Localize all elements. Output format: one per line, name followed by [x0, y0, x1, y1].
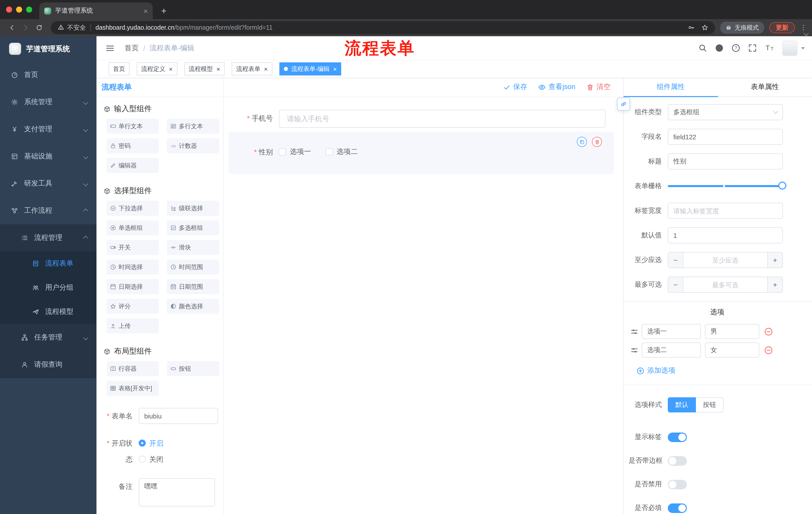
clear-button[interactable]: 清空 [586, 82, 610, 91]
view-json-button[interactable]: 查看json [539, 82, 575, 91]
copy-icon[interactable] [577, 137, 587, 147]
sidebar-item[interactable]: 请假查询 [0, 351, 96, 378]
option-value-input[interactable] [705, 324, 759, 339]
increase-button[interactable]: + [767, 277, 782, 292]
title-input[interactable] [668, 154, 783, 169]
github-icon[interactable] [715, 44, 724, 52]
key-icon[interactable] [688, 24, 695, 31]
sidebar-item[interactable]: 工作流程 [0, 197, 96, 224]
hamburger-icon[interactable] [96, 44, 123, 53]
palette-item[interactable]: 级联选择 [167, 201, 219, 216]
default-value-input[interactable] [668, 227, 783, 243]
add-option-button[interactable]: 添加选项 [637, 366, 675, 375]
palette-item[interactable]: 单选框组 [107, 220, 159, 235]
form-name-input[interactable] [139, 408, 218, 424]
palette-item[interactable]: 编辑器 [107, 158, 159, 173]
tab-form-props[interactable]: 表单属性 [718, 77, 812, 97]
font-size-icon[interactable]: TT [765, 44, 774, 52]
decrease-button[interactable]: − [668, 277, 684, 292]
remove-circle-icon[interactable] [764, 346, 773, 354]
minimize-window-button[interactable] [16, 6, 22, 12]
reload-icon[interactable] [32, 24, 46, 31]
selected-widget-gender[interactable]: 性别 选项一选项二 [229, 132, 614, 174]
sidebar-item[interactable]: 流程模型 [0, 300, 96, 324]
component-type-select[interactable]: 多选框组 [668, 104, 783, 120]
toggle-switch-on[interactable] [668, 432, 687, 442]
link-icon[interactable] [617, 98, 630, 111]
palette-item[interactable]: 单行文本 [107, 119, 159, 134]
sidebar-item[interactable]: 基础设施 [0, 143, 96, 170]
palette-item[interactable]: 开关 [107, 240, 159, 255]
phone-input[interactable] [279, 110, 606, 128]
toggle-switch-off[interactable] [668, 456, 687, 465]
close-icon[interactable]: × [216, 65, 220, 72]
form-field-phone[interactable]: 手机号 [229, 110, 606, 128]
palette-item[interactable]: 行容器 [107, 361, 159, 376]
close-window-button[interactable] [6, 6, 12, 12]
tag-item[interactable]: 流程表单-编辑× [279, 62, 342, 76]
palette-item[interactable]: 颜色选择 [167, 299, 219, 314]
save-button[interactable]: 保存 [503, 82, 527, 91]
close-icon[interactable]: × [264, 65, 267, 72]
palette-item[interactable]: 下拉选择 [107, 201, 159, 216]
field-name-input[interactable] [668, 129, 783, 145]
sidebar-item[interactable]: 支付管理 [0, 116, 96, 143]
option-style-button[interactable]: 默认 [668, 397, 696, 412]
palette-item[interactable]: 滑块 [167, 240, 219, 255]
option-style-button[interactable]: 按钮 [696, 397, 724, 412]
breadcrumb-home[interactable]: 首页 [125, 44, 139, 53]
sidebar-item[interactable]: 系统管理 [0, 88, 96, 116]
increase-button[interactable]: + [767, 252, 782, 268]
tag-item[interactable]: 流程定义× [137, 62, 177, 76]
checkbox-icon[interactable] [326, 148, 332, 155]
sidebar-item[interactable]: 任务管理 [0, 324, 96, 351]
decrease-button[interactable]: − [668, 252, 684, 268]
fullscreen-icon[interactable] [749, 44, 757, 52]
checkbox-option[interactable]: 选项二 [326, 147, 358, 156]
option-value-input[interactable] [705, 343, 759, 358]
max-select-input[interactable] [684, 277, 767, 292]
min-select-input[interactable] [684, 252, 767, 268]
palette-item[interactable]: 按钮 [167, 361, 219, 376]
form-remark-textarea[interactable]: 嘿嘿 [139, 478, 215, 507]
palette-item[interactable]: 评分 [107, 299, 159, 314]
drag-handle-icon[interactable] [631, 346, 638, 354]
sidebar-item[interactable]: 用户分组 [0, 276, 96, 300]
star-icon[interactable] [701, 24, 708, 31]
canvas-body[interactable]: 手机号 性别 选项一选项二 [224, 97, 623, 514]
palette-item[interactable]: 123计数器 [167, 138, 219, 154]
close-icon[interactable]: × [169, 65, 173, 72]
dots-vertical-icon[interactable] [800, 24, 807, 31]
caret-down-icon[interactable] [801, 47, 805, 51]
tag-item[interactable]: 流程表单× [232, 62, 272, 76]
label-width-input[interactable] [668, 203, 783, 219]
search-icon[interactable] [699, 44, 707, 52]
checkbox-icon[interactable] [279, 148, 286, 155]
palette-item[interactable]: 日期范围 [167, 279, 219, 294]
close-icon[interactable]: × [333, 65, 337, 72]
update-button[interactable]: 更新 [769, 22, 795, 33]
tag-item[interactable]: 首页 [109, 62, 129, 76]
close-icon[interactable]: × [144, 7, 148, 14]
new-tab-button[interactable]: + [157, 4, 171, 18]
palette-item[interactable]: 多行文本 [167, 119, 219, 134]
tab-component-props[interactable]: 组件属性 [624, 77, 718, 97]
forward-arrow-icon[interactable] [19, 24, 32, 31]
browser-tab[interactable]: 芋道管理系统 × [39, 2, 153, 19]
sidebar-item[interactable]: 首页 [0, 61, 96, 88]
tag-item[interactable]: 流程模型× [184, 62, 225, 76]
grid-slider[interactable] [668, 178, 783, 194]
remove-circle-icon[interactable] [764, 327, 773, 336]
sidebar-item[interactable]: 流程表单 [0, 251, 96, 276]
sidebar-item[interactable]: 流程管理 [0, 224, 96, 251]
radio-checked[interactable]: 开启 [139, 435, 163, 451]
palette-item[interactable]: 时间范围 [167, 260, 219, 275]
back-arrow-icon[interactable] [5, 24, 19, 31]
trash-icon[interactable] [592, 137, 602, 147]
palette-item[interactable]: 时间选择 [107, 260, 159, 275]
avatar[interactable] [782, 40, 798, 56]
zoom-window-button[interactable] [26, 6, 32, 12]
palette-item[interactable]: 上传 [107, 318, 159, 333]
help-icon[interactable]: ? [732, 44, 741, 52]
palette-item[interactable]: 密码 [107, 138, 159, 154]
